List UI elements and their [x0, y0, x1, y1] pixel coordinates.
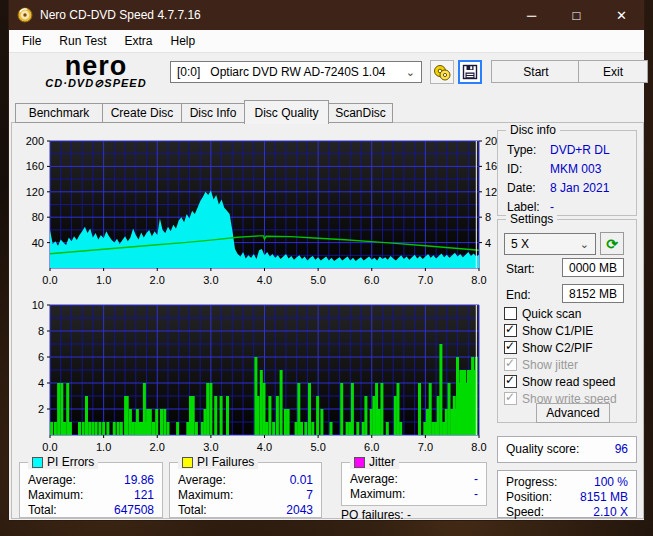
checkbox-box [504, 324, 517, 337]
jitter-average-value: - [474, 472, 478, 486]
svg-text:10: 10 [32, 299, 44, 311]
checkbox-quick-scan[interactable]: Quick scan [504, 306, 581, 321]
exit-button[interactable]: Exit [578, 60, 648, 83]
tab-disc-quality[interactable]: Disc Quality [244, 100, 329, 124]
save-icon [462, 64, 478, 80]
pi-failures-swatch [182, 457, 193, 468]
drive-select-value: [0:0] Optiarc DVD RW AD-7240S 1.04 [171, 65, 386, 79]
disc-info-panel: Disc info Type:DVD+R DL ID:MKM 003 Date:… [497, 130, 637, 216]
svg-text:5.0: 5.0 [310, 274, 325, 286]
svg-text:0.0: 0.0 [42, 441, 57, 453]
svg-text:7.0: 7.0 [418, 441, 433, 453]
end-position-label: End: [506, 288, 531, 302]
svg-text:8: 8 [485, 211, 491, 223]
checkbox-box [504, 307, 517, 320]
svg-text:120: 120 [26, 186, 44, 198]
progress-value: 100 % [594, 475, 628, 489]
checkbox-box [504, 392, 517, 405]
checkbox-show-jitter: Show jitter [504, 357, 578, 372]
disc-type-label: Type: [507, 143, 536, 157]
jitter-swatch [354, 457, 365, 468]
svg-text:3.0: 3.0 [203, 441, 218, 453]
quality-score-label: Quality score: [506, 442, 579, 456]
menu-help[interactable]: Help [162, 34, 205, 48]
pi-errors-panel: PI Errors Average:19.86 Maximum:121 Tota… [19, 462, 163, 518]
start-button[interactable]: Start [491, 60, 581, 83]
menu-run-test[interactable]: Run Test [50, 34, 115, 48]
svg-text:2: 2 [38, 403, 44, 415]
pi-failures-maximum-label: Maximum: [178, 488, 233, 502]
toolbar: nero CD·DVD⊘SPEED [0:0] Optiarc DVD RW A… [9, 53, 644, 98]
checkbox-show-read-speed[interactable]: Show read speed [504, 374, 615, 389]
minimize-button[interactable]: ─ [509, 0, 554, 30]
pi-errors-total-value: 647508 [114, 503, 154, 517]
position-value: 8151 MB [580, 490, 628, 504]
pi-failures-panel: PI Failures Average:0.01 Maximum:7 Total… [169, 462, 322, 518]
svg-text:160: 160 [26, 160, 44, 172]
svg-text:4.0: 4.0 [257, 441, 272, 453]
progress-label: Progress: [506, 475, 557, 489]
svg-text:4: 4 [38, 377, 44, 389]
refresh-icon: ⟳ [606, 236, 618, 252]
jitter-average-label: Average: [350, 472, 398, 486]
tab-create-disc[interactable]: Create Disc [102, 103, 182, 123]
speed-value: 2.10 X [593, 505, 628, 519]
tab-scandisc[interactable]: ScanDisc [328, 103, 393, 123]
checkbox-show-c1-pie[interactable]: Show C1/PIE [504, 323, 593, 338]
start-position-label: Start: [506, 262, 535, 276]
start-position-input[interactable]: 0000 MB [562, 258, 624, 277]
svg-text:8.0: 8.0 [471, 274, 486, 286]
svg-text:3.0: 3.0 [203, 274, 218, 286]
svg-text:1.0: 1.0 [96, 274, 111, 286]
svg-text:7.0: 7.0 [418, 274, 433, 286]
quality-score-panel: Quality score: 96 [497, 436, 637, 463]
drive-select[interactable]: [0:0] Optiarc DVD RW AD-7240S 1.04 ⌄ [170, 61, 422, 83]
pi-errors-panel-title: PI Errors [28, 455, 98, 469]
menu-bar: File Run Test Extra Help [9, 30, 644, 53]
refresh-button[interactable]: ⟳ [600, 232, 624, 255]
disc-info-title: Disc info [506, 123, 560, 137]
desktop-wallpaper: Nero CD-DVD Speed 4.7.7.16 ─ □ ✕ File Ru… [0, 0, 653, 536]
scan-speed-select[interactable]: 5 X ⌄ [504, 233, 596, 255]
svg-text:6.0: 6.0 [364, 441, 379, 453]
tab-strip: Benchmark Create Disc Disc Info Disc Qua… [15, 100, 392, 123]
pi-errors-average-value: 19.86 [124, 473, 154, 487]
advanced-button[interactable]: Advanced [536, 403, 610, 423]
nero-logo-subtitle: CD·DVD⊘SPEED [21, 78, 171, 89]
menu-extra[interactable]: Extra [115, 34, 161, 48]
menu-file[interactable]: File [13, 34, 50, 48]
disc-id-value: MKM 003 [550, 162, 601, 176]
save-button[interactable] [458, 60, 482, 84]
pi-errors-maximum-label: Maximum: [28, 488, 83, 502]
disc-type-value: DVD+R DL [550, 143, 610, 157]
po-failures-label: PO failures: [341, 508, 404, 522]
pi-errors-swatch [32, 457, 43, 468]
pi-failures-maximum-value: 7 [306, 488, 313, 502]
svg-text:80: 80 [32, 211, 44, 223]
svg-text:20: 20 [485, 135, 497, 147]
end-position-input[interactable]: 8152 MB [562, 284, 624, 303]
pi-failures-total-value: 2043 [286, 503, 313, 517]
pi-failures-chart: 1086420.01.02.03.04.05.06.07.08.0 [15, 296, 497, 454]
settings-panel: Settings 5 X ⌄ ⟳ Start: 0000 MB End: 815… [497, 219, 637, 423]
checkbox-box [504, 341, 517, 354]
svg-text:12: 12 [485, 186, 497, 198]
svg-text:2.0: 2.0 [150, 441, 165, 453]
svg-text:0.0: 0.0 [42, 274, 57, 286]
chevron-down-icon: ⌄ [580, 238, 595, 251]
disc-date-label: Date: [507, 181, 536, 195]
pi-failures-average-label: Average: [178, 473, 226, 487]
checkbox-show-c2-pif[interactable]: Show C2/PIF [504, 340, 593, 355]
svg-text:16: 16 [485, 160, 497, 172]
maximize-button[interactable]: □ [554, 0, 599, 30]
pi-failures-average-value: 0.01 [290, 473, 313, 487]
close-button[interactable]: ✕ [599, 0, 644, 30]
nero-logo-wordmark: nero [21, 54, 171, 78]
pi-errors-total-label: Total: [28, 503, 57, 517]
quality-score-value: 96 [615, 442, 628, 456]
disc-utility-button[interactable] [430, 60, 454, 84]
window-controls: ─ □ ✕ [509, 0, 644, 30]
tab-benchmark[interactable]: Benchmark [15, 103, 103, 123]
svg-text:8: 8 [38, 325, 44, 337]
tab-disc-info[interactable]: Disc Info [181, 103, 245, 123]
